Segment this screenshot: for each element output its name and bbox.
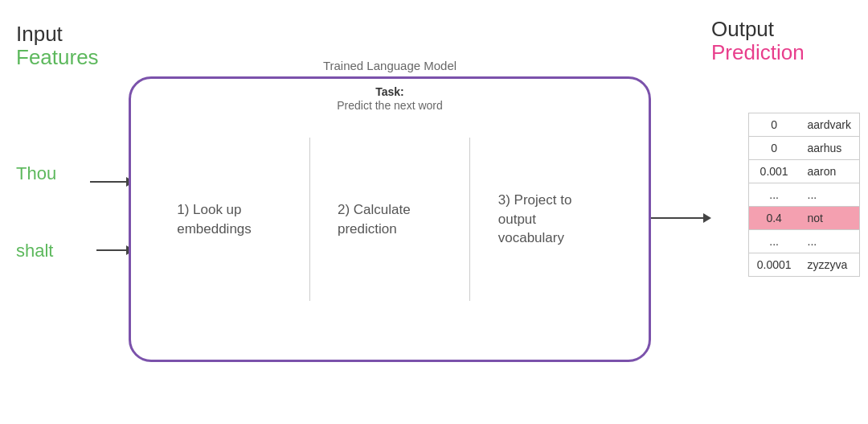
vocab-word-3: ... xyxy=(800,183,860,207)
step-2-text: 2) Calculate prediction xyxy=(338,200,442,239)
model-box: 1) Look up embeddings 2) Calculate predi… xyxy=(129,76,651,362)
output-arrow-head xyxy=(703,213,711,223)
step-divider-2 xyxy=(469,138,470,300)
vocab-row-0: 0aardvark xyxy=(748,113,859,137)
vocab-value-4: 0.4 xyxy=(748,207,799,230)
output-arrow xyxy=(651,213,711,223)
step-3-text: 3) Project to output vocabulary xyxy=(498,191,603,248)
arrow-shalt-line xyxy=(96,249,126,251)
vocab-row-5: ...... xyxy=(748,230,859,253)
task-bold: Task: xyxy=(375,85,404,98)
input-word-shalt: shalt xyxy=(16,241,104,261)
vocab-row-4: 0.4not xyxy=(748,207,859,230)
vocab-word-0: aardvark xyxy=(800,113,860,137)
arrow-thou-line xyxy=(90,181,126,183)
vocab-word-1: aarhus xyxy=(800,137,860,160)
step-divider-1 xyxy=(309,138,310,300)
vocab-value-2: 0.001 xyxy=(748,160,799,183)
vocab-value-0: 0 xyxy=(748,113,799,137)
arrow-thou xyxy=(90,177,134,187)
vocab-value-6: 0.0001 xyxy=(748,253,799,277)
vocab-row-3: ...... xyxy=(748,183,859,207)
vocab-value-3: ... xyxy=(748,183,799,207)
vocab-value-1: 0 xyxy=(748,137,799,160)
vocab-row-6: 0.0001zyzzyva xyxy=(748,253,859,277)
vocab-table: 0aardvark0aarhus0.001aaron......0.4not..… xyxy=(748,113,860,277)
task-label: Task: Predict the next word xyxy=(337,84,443,112)
model-label: Trained Language Model xyxy=(323,59,457,72)
output-title: Output xyxy=(711,18,774,41)
vocab-value-5: ... xyxy=(748,230,799,253)
main-diagram: Input Features Thou shalt Trained Langua… xyxy=(0,0,868,424)
vocab-row-2: 0.001aaron xyxy=(748,160,859,183)
output-arrow-line xyxy=(651,217,703,219)
vocab-word-4: not xyxy=(800,207,860,230)
vocab-word-6: zyzzyva xyxy=(800,253,860,277)
model-box-wrapper: Trained Language Model Task: Predict the… xyxy=(129,76,651,362)
vocab-word-2: aaron xyxy=(800,160,860,183)
input-words: Thou shalt xyxy=(16,0,104,424)
task-description: Predict the next word xyxy=(337,99,443,112)
vocab-word-5: ... xyxy=(800,230,860,253)
vocab-row-1: 0aarhus xyxy=(748,137,859,160)
output-subtitle: Prediction xyxy=(711,41,805,64)
step-1-text: 1) Look up embeddings xyxy=(177,200,281,239)
